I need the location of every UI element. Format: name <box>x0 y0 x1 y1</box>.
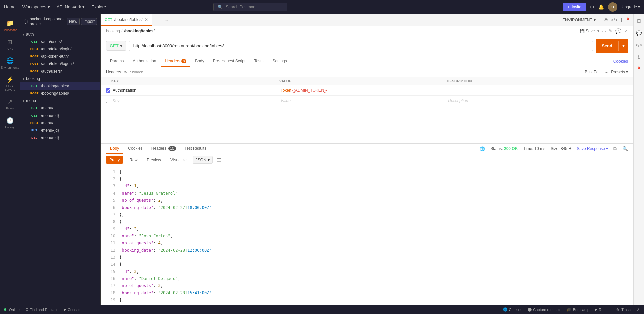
pretty-view-button[interactable]: Pretty <box>106 156 123 164</box>
save-arrow-icon[interactable]: ▾ <box>597 29 599 33</box>
group-header-booking[interactable]: ▾ booking <box>20 75 100 82</box>
cookies-button[interactable]: Cookies <box>613 59 628 64</box>
search-bar[interactable]: 🔍 Search Postman <box>213 3 287 11</box>
list-item[interactable]: POST /api-token-auth/ <box>20 53 100 60</box>
header-value[interactable]: Value <box>279 98 447 104</box>
more-icon[interactable]: ··· <box>614 98 628 103</box>
sidebar-item-apis[interactable]: ⊞ APIs <box>1 36 19 53</box>
avatar[interactable]: U <box>608 2 617 12</box>
environment-selector[interactable]: ENVIRONMENT ▾ <box>558 18 600 23</box>
list-item[interactable]: POST /booking/tables/ <box>20 90 100 97</box>
resp-tab-cookies[interactable]: Cookies <box>124 144 146 154</box>
chevron-down-icon: ▾ <box>23 99 24 103</box>
list-item[interactable]: PUT /menu/{id} <box>20 127 100 134</box>
sidebar-item-collections[interactable]: 📁 Collections <box>1 17 19 34</box>
close-icon[interactable]: ✕ <box>145 17 148 22</box>
trash-button[interactable]: 🗑 Trash <box>616 308 631 312</box>
group-header-auth[interactable]: ▾ auth <box>20 31 100 38</box>
bulk-edit-button[interactable]: Bulk Edit <box>585 70 600 74</box>
notifications-button[interactable]: 🔔 <box>598 4 604 10</box>
tab-headers[interactable]: Headers8 <box>161 56 190 67</box>
list-item[interactable]: POST /auth/token/logout/ <box>20 60 100 68</box>
invite-button[interactable]: + Invite <box>563 3 586 11</box>
edit-icon[interactable]: ✎ <box>609 28 613 34</box>
eye-icon[interactable]: 👁 <box>604 17 608 23</box>
breadcrumb-actions: 💾 Save ▾ ··· ✎ 💬 ↗ <box>580 28 628 34</box>
tab-tests[interactable]: Tests <box>250 56 267 67</box>
find-replace-button[interactable]: ⊡ Find and Replace <box>25 307 58 312</box>
code-icon[interactable]: </> <box>634 41 643 49</box>
header-checkbox[interactable] <box>106 88 110 93</box>
copy-icon[interactable]: ⧉ <box>613 146 617 152</box>
resp-tab-test-results[interactable]: Test Results <box>181 144 210 154</box>
breadcrumb-parent[interactable]: booking <box>106 29 120 33</box>
nav-explore[interactable]: Explore <box>91 4 106 9</box>
external-icon[interactable]: ↗ <box>624 28 628 34</box>
send-arrow-icon[interactable]: ▾ <box>618 41 628 51</box>
new-collection-button[interactable]: New <box>67 18 80 25</box>
bootcamp-button[interactable]: 🎓 Bootcamp <box>567 307 590 312</box>
filter-icon[interactable]: ☰ <box>217 157 221 163</box>
code-icon[interactable]: </> <box>611 17 618 23</box>
location-icon[interactable]: 📍 <box>635 65 643 73</box>
import-button[interactable]: Import <box>81 18 97 25</box>
list-item[interactable]: POST /auth/users/ <box>20 68 100 75</box>
list-item[interactable]: GET /menu/{id} <box>20 112 100 119</box>
resize-button[interactable]: ⤢ <box>636 307 640 312</box>
request-tab-active[interactable]: GET /booking/tables/ ✕ <box>101 14 152 26</box>
preview-view-button[interactable]: Preview <box>143 156 164 164</box>
list-item[interactable]: POST /auth/token/login/ <box>20 45 100 53</box>
save-response-button[interactable]: Save Response ▾ <box>577 146 608 151</box>
resp-tab-headers[interactable]: Headers 10 <box>147 144 180 154</box>
group-header-menu[interactable]: ▾ menu <box>20 97 100 104</box>
list-item[interactable]: POST /menu/ <box>20 119 100 127</box>
list-item[interactable]: GET /booking/tables/ <box>20 82 100 90</box>
main-layout: 📁 Collections ⊞ APIs 🌐 Environments ⚡ Mo… <box>0 14 644 305</box>
url-input[interactable] <box>129 41 593 51</box>
add-tab-button[interactable]: + <box>152 17 162 23</box>
list-item[interactable]: GET /auth/users/ <box>20 38 100 45</box>
capture-requests-button[interactable]: ⬤ Capture requests <box>528 307 561 312</box>
grid-icon[interactable]: ⊞ <box>636 17 642 25</box>
sidebar-item-flows[interactable]: ↗ Flows <box>1 95 19 113</box>
more-tabs-button[interactable]: ··· <box>162 18 171 23</box>
resp-tab-body[interactable]: Body <box>106 144 123 154</box>
raw-view-button[interactable]: Raw <box>126 156 141 164</box>
method-selector[interactable]: GET ▾ <box>106 41 126 51</box>
sidebar-item-mock-servers[interactable]: ⚡ Mock Servers <box>1 73 19 94</box>
search-icon[interactable]: 🔍 <box>622 146 628 151</box>
list-item[interactable]: DEL /menu/{id} <box>20 134 100 141</box>
header-checkbox[interactable] <box>106 99 110 103</box>
console-button[interactable]: ▶ Console <box>64 307 81 312</box>
comment-icon[interactable]: 💬 <box>635 29 643 37</box>
send-button[interactable]: Send ▾ <box>596 39 628 53</box>
tab-settings[interactable]: Settings <box>268 56 291 67</box>
visualize-view-button[interactable]: Visualize <box>167 156 190 164</box>
info-icon[interactable]: ℹ <box>621 17 622 23</box>
nav-home[interactable]: Home <box>4 4 16 9</box>
nav-workspaces[interactable]: Workspaces ▾ <box>22 4 50 9</box>
sidebar-item-environments[interactable]: 🌐 Environments <box>1 54 19 72</box>
more-options-icon[interactable]: ··· <box>602 28 606 34</box>
upgrade-button[interactable]: Upgrade ▾ <box>622 5 640 9</box>
header-key[interactable]: Key <box>111 98 279 104</box>
info-icon[interactable]: ℹ <box>637 53 641 61</box>
runner-button[interactable]: ▶ Runner <box>595 307 611 312</box>
comment-icon[interactable]: 💬 <box>615 28 621 34</box>
nav-api-network[interactable]: API Network ▾ <box>57 4 85 9</box>
tab-pre-request[interactable]: Pre-request Script <box>209 56 250 67</box>
json-type-selector[interactable]: JSON ▾ <box>193 156 213 164</box>
header-description[interactable]: Description <box>447 98 614 104</box>
cookies-bottom-button[interactable]: 🌐 Cookies <box>503 307 523 312</box>
tab-params[interactable]: Params <box>106 56 128 67</box>
tab-body[interactable]: Body <box>191 56 208 67</box>
presets-button[interactable]: Presets ▾ <box>611 70 628 74</box>
tab-authorization[interactable]: Authorization <box>129 56 160 67</box>
location-icon[interactable]: 📍 <box>625 17 631 23</box>
sidebar-item-history[interactable]: 🕐 History <box>1 114 19 132</box>
list-item[interactable]: GET /menu/ <box>20 104 100 112</box>
more-options-icon[interactable]: ··· <box>605 69 609 75</box>
settings-button[interactable]: ⚙ <box>590 4 594 10</box>
more-icon[interactable]: ··· <box>614 88 628 93</box>
save-button[interactable]: 💾 Save <box>580 29 595 33</box>
